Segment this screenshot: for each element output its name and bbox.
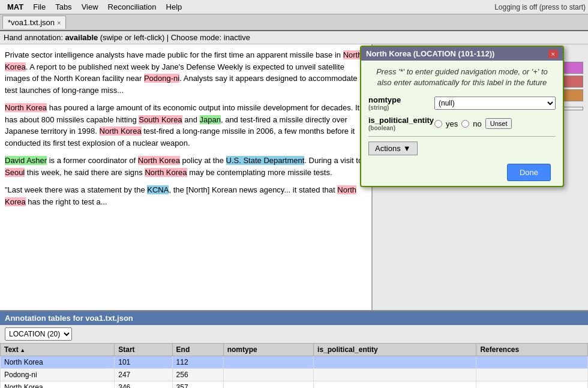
entity-north-korea-6[interactable]: North Korea	[5, 185, 356, 206]
popup-title: North Korea (LOCATION (101-112))	[366, 49, 494, 58]
entity-seoul[interactable]: Seoul	[5, 168, 25, 177]
cell-references	[476, 381, 588, 389]
is-political-entity-label: is_political_entity	[368, 116, 434, 125]
popup-actions-row: Actions ▼	[368, 142, 556, 155]
cell-references	[476, 369, 588, 381]
col-nomtype[interactable]: nomtype	[223, 344, 313, 356]
entity-south-korea[interactable]: South Korea	[139, 115, 182, 124]
cell-is_political_entity	[314, 381, 476, 389]
yes-label: yes	[446, 119, 458, 128]
annotation-middle: (swipe or left-click)	[100, 33, 165, 42]
popup-body: Press '*' to enter guided navigation mod…	[361, 61, 563, 167]
cell-references	[476, 356, 588, 369]
is-political-entity-sub: (boolean)	[368, 125, 434, 131]
cell-text: North Korea	[1, 356, 115, 369]
menu-help[interactable]: Help	[161, 1, 187, 13]
main-area: Private sector intelligence analysts hav…	[0, 44, 588, 310]
tab-label: *voa1.txt.json	[8, 18, 55, 27]
cell-nomtype	[223, 356, 313, 369]
col-references[interactable]: References	[476, 344, 588, 356]
cell-end: 256	[172, 369, 223, 381]
nomtype-sub: (string)	[368, 104, 434, 111]
entity-north-korea-3[interactable]: North Korea	[100, 127, 142, 136]
cell-end: 357	[172, 381, 223, 389]
annotation-mode[interactable]: Choose mode: inactive	[171, 33, 250, 42]
cell-start: 101	[115, 356, 172, 369]
cell-start: 346	[115, 381, 172, 389]
nomtype-label: nomtype	[368, 95, 434, 104]
popup-divider	[368, 136, 556, 137]
entity-north-korea-5[interactable]: North Korea	[145, 168, 187, 177]
logging-status[interactable]: Logging is off (press to start)	[494, 3, 586, 11]
entity-north-korea-1[interactable]: North Korea	[5, 50, 362, 71]
menu-file[interactable]: File	[28, 1, 50, 13]
annotation-sep: |	[167, 33, 171, 42]
cell-end: 112	[172, 356, 223, 369]
cell-is_political_entity	[314, 369, 476, 381]
cell-is_political_entity	[314, 356, 476, 369]
paragraph-4: "Last week there was a statement by the …	[5, 184, 367, 207]
col-start[interactable]: Start	[115, 344, 172, 356]
is-political-entity-field: is_political_entity (boolean) yes no Uns…	[368, 116, 556, 131]
table-body: North Korea101112Podong-ni247256North Ko…	[1, 356, 588, 389]
text-panel[interactable]: Private sector intelligence analysts hav…	[0, 44, 372, 310]
table-controls: LOCATION (20)	[0, 325, 588, 343]
tabbar: *voa1.txt.json ×	[0, 14, 588, 31]
annotation-table-title: Annotation tables for voa1.txt.json	[0, 311, 588, 325]
popup-instruction: Press '*' to enter guided navigation mod…	[368, 67, 556, 88]
entity-us-state-dept[interactable]: U.S. State Department	[226, 156, 305, 165]
actions-button[interactable]: Actions ▼	[368, 142, 418, 155]
table-row[interactable]: Podong-ni247256	[1, 369, 588, 381]
table-row[interactable]: North Korea101112	[1, 356, 588, 369]
annotation-available[interactable]: available	[65, 33, 98, 42]
annotation-bar: Hand annotation: available (swipe or lef…	[0, 31, 588, 44]
bool-options: yes no Unset	[434, 118, 512, 129]
popup-close-button[interactable]: ×	[548, 50, 558, 58]
nomtype-field: nomtype (string) (null)	[368, 95, 556, 111]
done-button[interactable]: Done	[507, 164, 551, 181]
menu-tabs[interactable]: Tabs	[50, 1, 76, 13]
annotation-prefix: Hand annotation:	[4, 33, 63, 42]
yes-radio[interactable]	[434, 120, 442, 128]
table-scroll[interactable]: Text Start End nomtype is_political_enti…	[0, 343, 588, 388]
no-label: no	[473, 119, 481, 128]
cell-nomtype	[223, 369, 313, 381]
popup-header: North Korea (LOCATION (101-112)) ×	[361, 47, 563, 61]
menu-view[interactable]: View	[77, 1, 103, 13]
entity-podong-ni[interactable]: Podong-ni	[144, 74, 179, 83]
table-header: Text Start End nomtype is_political_enti…	[1, 344, 588, 356]
unset-button[interactable]: Unset	[485, 118, 512, 129]
col-end[interactable]: End	[172, 344, 223, 356]
annotation-table-area: Annotation tables for voa1.txt.json LOCA…	[0, 310, 588, 388]
nomtype-select[interactable]: (null)	[434, 97, 556, 110]
paragraph-1: Private sector intelligence analysts hav…	[5, 49, 367, 96]
cell-start: 247	[115, 369, 172, 381]
entity-north-korea-2[interactable]: North Korea	[5, 103, 47, 112]
menubar: MAT File Tabs View Reconciliation Help L…	[0, 0, 588, 14]
table-row[interactable]: North Korea346357	[1, 381, 588, 389]
cell-nomtype	[223, 381, 313, 389]
menu-reconciliation[interactable]: Reconciliation	[103, 1, 161, 13]
menu-mat[interactable]: MAT	[2, 1, 28, 13]
col-text[interactable]: Text	[1, 344, 115, 356]
table-type-select[interactable]: LOCATION (20)	[5, 327, 72, 341]
entity-kcna[interactable]: KCNA	[147, 185, 169, 194]
paragraph-3: David Asher is a former coordinator of N…	[5, 155, 367, 178]
annotation-data-table: Text Start End nomtype is_political_enti…	[0, 343, 588, 388]
paragraph-2: North Korea has poured a large amount of…	[5, 102, 367, 149]
entity-north-korea-4[interactable]: North Korea	[138, 156, 180, 165]
tab-voa1[interactable]: *voa1.txt.json ×	[2, 16, 66, 29]
col-is-political[interactable]: is_political_entity	[314, 344, 476, 356]
cell-text: North Korea	[1, 381, 115, 389]
cell-text: Podong-ni	[1, 369, 115, 381]
no-radio[interactable]	[461, 120, 469, 128]
actions-label: Actions	[375, 144, 401, 153]
entity-david-asher[interactable]: David Asher	[5, 156, 47, 165]
actions-chevron-icon: ▼	[403, 144, 411, 153]
tab-close-icon[interactable]: ×	[57, 19, 61, 26]
entity-japan[interactable]: Japan	[200, 115, 221, 124]
entity-popup: North Korea (LOCATION (101-112)) × Press…	[360, 46, 564, 187]
